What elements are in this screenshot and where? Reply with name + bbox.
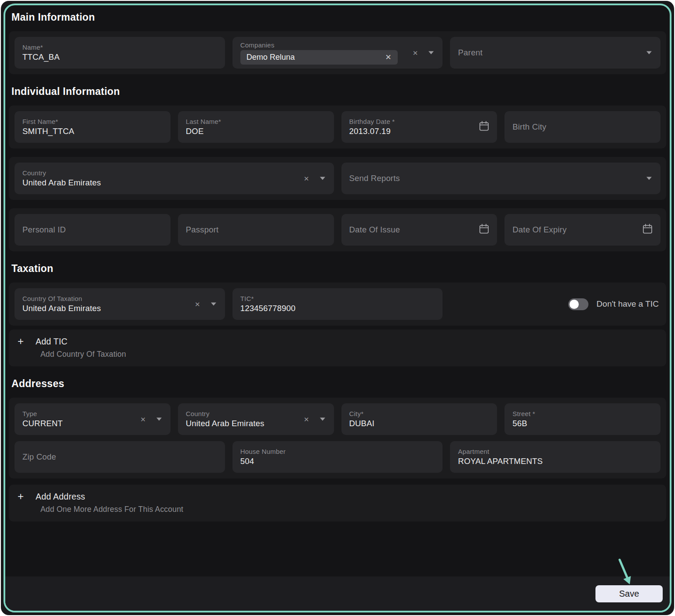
taxation-title: Taxation <box>11 263 664 275</box>
add-tic-subtitle: Add Country Of Taxation <box>40 350 657 359</box>
birth-city-field[interactable]: Birth City <box>504 111 660 143</box>
address-type-value: CURRENT <box>22 419 130 428</box>
name-label: Name* <box>22 43 217 51</box>
toggle-knob <box>570 300 579 309</box>
apartment-value: ROYAL APARTMENTS <box>458 457 653 466</box>
chevron-down-icon[interactable] <box>646 177 652 180</box>
account-form-panel: Main Information Name* TTCA_BA Companies… <box>4 4 671 612</box>
individual-row-3: Personal ID Passport Date Of Issue Date … <box>9 208 666 251</box>
chevron-down-icon[interactable] <box>211 303 216 306</box>
address-country-label: Country <box>186 410 294 417</box>
last-name-label: Last Name* <box>186 118 326 125</box>
country-select[interactable]: Country United Arab Emirates ✕ <box>15 163 334 194</box>
add-address-title: Add Address <box>36 492 85 502</box>
personal-id-field[interactable]: Personal ID <box>15 214 171 246</box>
companies-label: Companies <box>240 41 403 49</box>
calendar-icon[interactable] <box>478 120 490 134</box>
plus-icon: + <box>18 491 24 502</box>
city-field[interactable]: City* DUBAI <box>341 403 497 435</box>
chevron-down-icon[interactable] <box>320 418 325 421</box>
chevron-down-icon[interactable] <box>320 177 325 180</box>
birth-city-placeholder: Birth City <box>512 122 653 132</box>
screenshot-stage: Main Information Name* TTCA_BA Companies… <box>0 0 675 616</box>
addresses-container: Type CURRENT ✕ Country United Arab Emira… <box>9 398 666 478</box>
tic-label: TIC* <box>240 295 435 302</box>
add-tic-button[interactable]: + Add TIC Add Country Of Taxation <box>9 330 666 366</box>
house-number-field[interactable]: House Number 504 <box>232 441 443 473</box>
date-of-issue-field[interactable]: Date Of Issue <box>341 214 497 246</box>
dont-have-tic-label: Don't have a TIC <box>596 299 659 309</box>
first-name-label: First Name* <box>22 118 163 125</box>
last-name-value: DOE <box>186 127 326 136</box>
tic-field[interactable]: TIC* 123456778900 <box>232 288 443 320</box>
house-number-value: 504 <box>240 457 435 466</box>
date-of-expiry-field[interactable]: Date Of Expiry <box>504 214 660 246</box>
add-tic-title: Add TIC <box>36 337 68 347</box>
parent-select[interactable]: Parent <box>450 37 660 69</box>
add-address-button[interactable]: + Add Address Add One More Address For T… <box>9 485 666 522</box>
address-type-label: Type <box>22 410 130 417</box>
date-of-issue-placeholder: Date Of Issue <box>349 225 457 235</box>
name-value: TTCA_BA <box>22 52 217 62</box>
dont-have-tic-cell: Don't have a TIC <box>450 288 660 320</box>
birthday-date-value: 2013.07.19 <box>349 127 457 136</box>
apartment-label: Apartment <box>458 448 653 455</box>
passport-placeholder: Passport <box>186 225 326 235</box>
house-number-label: House Number <box>240 448 435 455</box>
send-reports-select[interactable]: Send Reports <box>341 163 661 194</box>
address-country-value: United Arab Emirates <box>186 419 294 428</box>
clear-icon[interactable]: ✕ <box>195 301 200 308</box>
country-of-taxation-label: Country Of Taxation <box>22 295 185 302</box>
calendar-icon[interactable] <box>478 223 490 237</box>
footer-bar: Save <box>5 576 670 611</box>
company-chip[interactable]: Demo Reluna ✕ <box>240 50 398 65</box>
city-label: City* <box>349 410 490 417</box>
street-field[interactable]: Street * 56B <box>504 403 660 435</box>
apartment-field[interactable]: Apartment ROYAL APARTMENTS <box>450 441 660 473</box>
country-label: Country <box>22 169 294 177</box>
address-type-select[interactable]: Type CURRENT ✕ <box>15 403 171 435</box>
birthday-date-field[interactable]: Birthday Date * 2013.07.19 <box>341 111 497 143</box>
street-value: 56B <box>512 419 653 428</box>
individual-information-title: Individual Information <box>11 86 664 98</box>
clear-icon[interactable]: ✕ <box>304 175 309 182</box>
clear-icon[interactable]: ✕ <box>413 50 418 56</box>
first-name-value: SMITH_TTCA <box>22 127 163 136</box>
add-address-subtitle: Add One More Address For This Account <box>40 505 657 514</box>
street-label: Street * <box>512 410 653 417</box>
parent-placeholder: Parent <box>458 48 620 58</box>
chevron-down-icon[interactable] <box>428 51 434 54</box>
individual-row-1: First Name* SMITH_TTCA Last Name* DOE Bi… <box>9 105 666 149</box>
chevron-down-icon[interactable] <box>156 418 162 421</box>
addresses-title: Addresses <box>11 378 664 390</box>
plus-icon: + <box>18 336 24 347</box>
main-information-row: Name* TTCA_BA Companies Demo Reluna ✕ ✕ … <box>9 31 666 74</box>
country-of-taxation-select[interactable]: Country Of Taxation United Arab Emirates… <box>15 288 225 320</box>
passport-field[interactable]: Passport <box>178 214 334 246</box>
zip-code-placeholder: Zip Code <box>22 452 217 462</box>
companies-field[interactable]: Companies Demo Reluna ✕ ✕ <box>232 37 443 69</box>
calendar-icon[interactable] <box>642 223 653 237</box>
save-button[interactable]: Save <box>595 585 663 602</box>
country-of-taxation-value: United Arab Emirates <box>22 304 185 313</box>
main-information-title: Main Information <box>11 11 664 23</box>
personal-id-placeholder: Personal ID <box>22 225 163 235</box>
date-of-expiry-placeholder: Date Of Expiry <box>512 225 620 235</box>
name-field[interactable]: Name* TTCA_BA <box>15 37 225 69</box>
taxation-row: Country Of Taxation United Arab Emirates… <box>9 283 666 326</box>
chip-remove-icon[interactable]: ✕ <box>385 53 391 62</box>
last-name-field[interactable]: Last Name* DOE <box>178 111 334 143</box>
city-value: DUBAI <box>349 419 490 428</box>
clear-icon[interactable]: ✕ <box>140 416 146 423</box>
chevron-down-icon[interactable] <box>646 51 652 54</box>
birthday-date-label: Birthday Date * <box>349 118 457 125</box>
address-country-select[interactable]: Country United Arab Emirates ✕ <box>178 403 334 435</box>
clear-icon[interactable]: ✕ <box>304 416 309 423</box>
tic-value: 123456778900 <box>240 304 435 313</box>
send-reports-placeholder: Send Reports <box>349 174 621 183</box>
first-name-field[interactable]: First Name* SMITH_TTCA <box>15 111 171 143</box>
individual-row-2: Country United Arab Emirates ✕ Send Repo… <box>9 157 666 200</box>
dont-have-tic-toggle[interactable] <box>568 298 588 310</box>
country-value: United Arab Emirates <box>22 178 294 188</box>
zip-code-field[interactable]: Zip Code <box>15 441 225 473</box>
